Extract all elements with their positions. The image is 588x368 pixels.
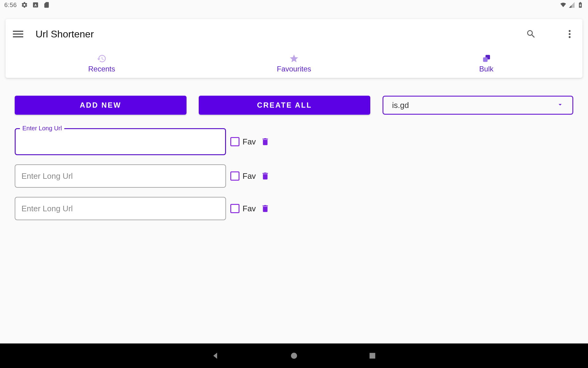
svg-point-4 [569,36,571,38]
status-right [560,2,584,8]
url-row: Enter Long Url Fav [15,128,290,155]
chevron-down-icon [556,101,564,109]
android-nav-bar [0,343,588,368]
url-input-wrapper [15,197,226,220]
fav-checkbox[interactable] [230,204,239,213]
url-row: Fav [15,197,290,220]
delete-row-button[interactable] [260,171,270,181]
menu-button[interactable] [13,29,23,39]
fav-checkbox[interactable] [230,137,239,146]
svg-point-7 [291,353,297,359]
svg-rect-6 [483,57,488,62]
sd-card-icon [43,2,50,8]
app-card: Url Shortener Recents Favourites Bulk [6,19,582,78]
fav-label: Fav [243,204,256,213]
overflow-menu-button[interactable] [564,29,575,40]
fav-label: Fav [243,137,256,147]
history-icon [97,54,107,63]
copy-stack-icon [481,54,491,63]
svg-rect-8 [370,353,375,359]
signal-icon [568,2,575,8]
app-toolbar: Url Shortener [6,19,582,49]
url-input[interactable] [15,197,225,220]
tab-bulk[interactable]: Bulk [390,49,582,78]
app-box-icon: A [32,2,39,8]
create-all-button[interactable]: CREATE ALL [199,96,371,115]
url-input[interactable] [16,129,225,154]
url-rows-grid: Enter Long Url Fav Fav [15,128,573,220]
wifi-icon [560,2,567,8]
star-icon [289,54,299,63]
nav-home-button[interactable] [288,350,300,361]
delete-row-button[interactable] [260,203,270,214]
tab-label: Favourites [277,65,311,73]
fav-checkbox[interactable] [230,171,239,181]
url-input-floating-label: Enter Long Url [20,125,64,132]
add-new-button[interactable]: ADD NEW [15,96,187,115]
fav-checkbox-wrapper[interactable]: Fav [230,171,256,181]
main-content: ADD NEW CREATE ALL is.gd Enter Long Url … [0,78,588,220]
app-title: Url Shortener [36,29,94,40]
nav-overview-button[interactable] [367,350,378,361]
battery-charging-icon [577,2,584,8]
tab-label: Recents [88,65,115,73]
gear-icon [21,2,28,8]
tab-bar: Recents Favourites Bulk [6,49,582,78]
nav-back-button[interactable] [210,350,221,361]
provider-selected-value: is.gd [392,101,409,110]
android-status-bar: 6:56 A [0,0,588,10]
url-input[interactable] [15,165,225,187]
svg-point-3 [569,33,571,35]
status-time: 6:56 [4,2,17,9]
search-button[interactable] [526,29,537,40]
url-input-wrapper [15,164,226,188]
provider-select[interactable]: is.gd [383,96,573,115]
delete-row-button[interactable] [260,136,270,147]
fav-checkbox-wrapper[interactable]: Fav [230,137,256,147]
status-left: 6:56 A [4,2,50,9]
fav-checkbox-wrapper[interactable]: Fav [230,204,256,213]
tab-favourites[interactable]: Favourites [198,49,390,78]
svg-text:A: A [34,3,37,7]
svg-point-2 [569,30,571,32]
fav-label: Fav [243,171,256,181]
action-row: ADD NEW CREATE ALL is.gd [15,96,573,115]
tab-label: Bulk [479,65,494,73]
url-row: Fav [15,164,290,188]
tab-recents[interactable]: Recents [6,49,198,78]
url-input-wrapper: Enter Long Url [15,128,226,155]
